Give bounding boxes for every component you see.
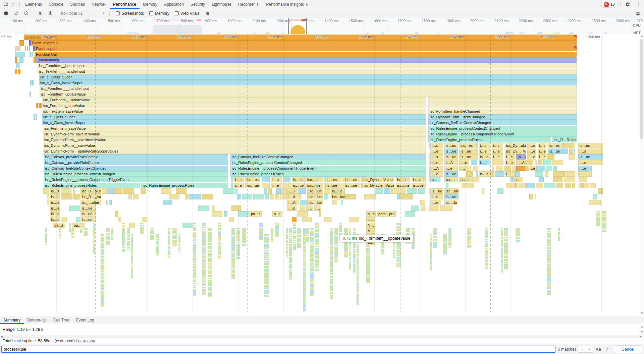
flame-bar[interactable]	[324, 177, 325, 182]
flame-column-cell[interactable]	[310, 243, 314, 244]
flame-bar[interactable]	[565, 183, 571, 188]
flame-column-cell[interactable]	[330, 253, 333, 255]
flame-bar[interactable]	[473, 177, 479, 182]
flame-column-cell[interactable]	[231, 245, 235, 247]
flame-bar[interactable]	[237, 194, 241, 199]
flame-column-cell[interactable]	[101, 249, 104, 250]
flame-column-cell[interactable]	[131, 253, 133, 255]
flame-column-cell[interactable]	[315, 223, 319, 224]
flame-column-cell[interactable]	[547, 231, 551, 232]
flame-column-cell[interactable]	[289, 251, 292, 253]
flame-bar[interactable]	[424, 177, 426, 182]
flame-column-cell[interactable]	[443, 234, 447, 236]
flame-column-cell[interactable]	[448, 244, 451, 246]
flame-column-cell[interactable]	[430, 254, 432, 256]
flame-bar[interactable]: i…s	[578, 149, 603, 154]
flame-column-cell[interactable]	[231, 238, 235, 241]
flame-column-cell[interactable]	[101, 291, 104, 292]
flame-column-cell[interactable]	[357, 293, 359, 294]
flame-column-cell[interactable]	[353, 228, 356, 230]
flame-column-cell[interactable]	[303, 258, 306, 260]
flame-column-cell[interactable]	[310, 279, 314, 281]
flame-column-cell[interactable]	[101, 276, 104, 278]
flame-bar[interactable]	[36, 114, 37, 120]
flame-column-cell[interactable]	[303, 295, 306, 297]
flame-column-cell[interactable]	[202, 256, 206, 258]
flame-column-cell[interactable]	[289, 234, 292, 236]
flame-bar[interactable]	[106, 200, 108, 205]
flame-column-cell[interactable]	[106, 228, 110, 231]
flame-column-cell[interactable]	[448, 228, 451, 230]
flame-column-cell[interactable]	[264, 254, 269, 256]
flame-column-cell[interactable]	[330, 260, 333, 261]
flame-column-cell[interactable]	[271, 235, 273, 238]
flame-column-cell[interactable]	[193, 287, 196, 288]
flame-column-cell[interactable]	[293, 235, 297, 236]
flame-bar[interactable]: isc_Canvas__provideRuleContext	[44, 160, 228, 165]
flame-column-cell[interactable]	[315, 233, 319, 235]
tab-network[interactable]: Network	[88, 0, 110, 9]
flame-column-cell[interactable]	[430, 238, 432, 240]
flame-bar[interactable]: is…ue	[412, 183, 424, 188]
flame-column-cell[interactable]	[101, 250, 104, 253]
flame-column-cell[interactable]	[430, 243, 432, 246]
flame-column-cell[interactable]	[433, 246, 438, 248]
flame-column-cell[interactable]	[430, 250, 432, 251]
flame-bar[interactable]	[182, 223, 193, 228]
flame-column-cell[interactable]	[289, 274, 292, 277]
flame-column-cell[interactable]	[156, 246, 159, 247]
flame-bar[interactable]	[466, 171, 473, 177]
flame-column-cell[interactable]	[310, 281, 314, 282]
flame-bar[interactable]	[535, 194, 536, 199]
flame-column-cell[interactable]	[127, 228, 130, 231]
flame-column-cell[interactable]	[303, 266, 306, 267]
flame-bar[interactable]	[275, 194, 279, 199]
flame-bar[interactable]: p…	[513, 177, 523, 182]
flame-column-cell[interactable]	[558, 230, 560, 232]
flame-column-cell[interactable]	[264, 261, 269, 262]
flame-column-cell[interactable]	[293, 244, 297, 245]
flame-column-cell[interactable]	[106, 234, 110, 235]
flame-column-cell[interactable]	[156, 239, 159, 240]
flame-column-cell[interactable]	[303, 304, 306, 307]
flame-bar[interactable]: i…e	[271, 183, 282, 188]
flame-column-cell[interactable]	[310, 285, 314, 287]
flame-bar[interactable]: is…e	[50, 200, 60, 205]
flame-column-cell[interactable]	[310, 248, 314, 251]
flame-column-cell[interactable]	[547, 265, 551, 267]
flame-column-cell[interactable]	[501, 259, 503, 261]
flame-column-cell[interactable]	[156, 241, 159, 243]
flame-bar[interactable]	[198, 205, 209, 211]
flame-column-cell[interactable]	[339, 225, 342, 226]
flame-column-cell[interactable]	[122, 244, 125, 247]
flame-column-cell[interactable]	[208, 260, 212, 262]
flame-column-cell[interactable]	[485, 239, 489, 240]
flame-bar[interactable]: isc…es	[459, 143, 477, 148]
flame-column-cell[interactable]	[293, 242, 297, 243]
flame-bar[interactable]	[525, 166, 527, 171]
flame-bar[interactable]	[324, 188, 330, 194]
flame-bar[interactable]	[546, 166, 552, 171]
flame-column-cell[interactable]	[101, 256, 104, 257]
flame-column-cell[interactable]	[303, 269, 306, 271]
flame-column-cell[interactable]	[69, 230, 71, 232]
flame-column-cell[interactable]	[443, 252, 447, 254]
flame-column-cell[interactable]	[111, 236, 113, 238]
flame-column-cell[interactable]	[315, 255, 319, 258]
flame-column-cell[interactable]	[202, 254, 206, 255]
flame-column-cell[interactable]	[366, 273, 370, 275]
flame-column-cell[interactable]	[349, 265, 351, 267]
flame-column-cell[interactable]	[412, 231, 415, 232]
flame-column-cell[interactable]	[330, 266, 333, 268]
flame-column-cell[interactable]	[131, 244, 133, 247]
flame-bar[interactable]: isc_…alue	[80, 200, 101, 205]
screenshots-checkbox[interactable]: Screenshots	[116, 11, 144, 16]
flame-column-cell[interactable]	[353, 269, 356, 270]
tab-lighthouse[interactable]: Lighthouse	[208, 0, 235, 9]
flame-bar[interactable]	[428, 103, 577, 108]
flame-bar[interactable]	[109, 200, 111, 205]
flame-column-cell[interactable]	[293, 227, 297, 229]
flame-bar[interactable]	[36, 103, 38, 108]
flame-column-cell[interactable]	[59, 232, 61, 233]
flame-bar[interactable]: i…e	[492, 149, 503, 154]
